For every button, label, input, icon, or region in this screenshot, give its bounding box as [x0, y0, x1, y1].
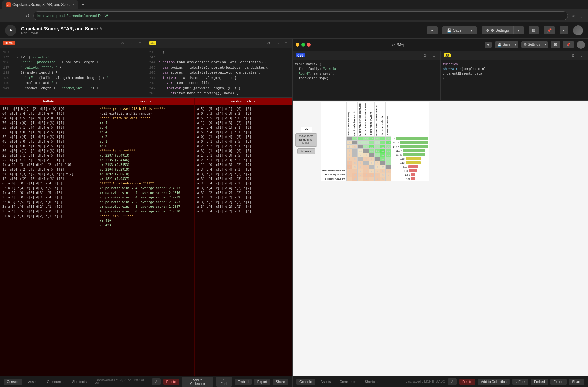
- right-save-dropdown[interactable]: ▾: [513, 41, 518, 48]
- right-delete-button[interactable]: Delete: [459, 379, 475, 385]
- right-js-expand-icon[interactable]: ⌄: [579, 53, 585, 58]
- delete-button[interactable]: Delete: [163, 379, 179, 385]
- css-settings-icon[interactable]: ⚙: [422, 53, 429, 58]
- html-maximize-icon[interactable]: □: [137, 40, 142, 46]
- js-expand-icon[interactable]: ⌄: [275, 40, 281, 46]
- right-save-button[interactable]: 💾 Save: [495, 41, 513, 48]
- right-avatar[interactable]: [577, 41, 585, 49]
- matrix-cell: 5: [352, 157, 358, 161]
- js-code-area[interactable]: 242 ; 243 244function tabulateCopelandSc…: [146, 48, 292, 97]
- css-expand-icon[interactable]: ⌄: [431, 53, 437, 58]
- matrix-cell: 11: [380, 140, 386, 144]
- html-settings-icon[interactable]: ⚙: [119, 40, 126, 46]
- matrix-cell: 6: [386, 173, 391, 177]
- comments-tab[interactable]: Comments: [44, 379, 66, 385]
- tabulate-button[interactable]: tabulate: [297, 148, 315, 154]
- matrix-cell: 6: [352, 144, 358, 148]
- right-share-button[interactable]: Share: [569, 379, 584, 385]
- right-export-button[interactable]: Export: [550, 379, 567, 385]
- random-line: a[3] b[1] c[0] d[0] e[0] f[0]: [197, 148, 289, 153]
- active-tab[interactable]: CP Copeland//Score, STAR, and Sco... ×: [2, 0, 78, 9]
- html-code-area[interactable]: 134 135 setVal('results', 136 "****** pr…: [0, 48, 146, 97]
- right-pin-button[interactable]: 📌: [563, 41, 574, 48]
- save-dropdown-button[interactable]: ▾: [466, 26, 477, 34]
- random-line: a[0] b[1] c[3] d[4] e[5] f[5]: [197, 134, 289, 139]
- ballots-column[interactable]: 134: a[5] b[4] c[2] d[1] e[0] f[0]64: a[…: [0, 105, 97, 376]
- reload-button[interactable]: ↺: [24, 12, 31, 20]
- maximize-button[interactable]: [301, 43, 305, 47]
- right-js-settings-icon[interactable]: ⚙: [570, 53, 576, 58]
- right-fork-button[interactable]: ⑂ Fork: [512, 379, 528, 385]
- close-button[interactable]: [307, 43, 311, 47]
- right-js-code-area[interactable]: function showMatrix(templateHtml , paren…: [441, 60, 588, 100]
- matrix-cell: 7: [369, 169, 375, 173]
- matrix-display[interactable]: make somerandom-ishballots tabulate elec…: [293, 101, 588, 376]
- edit-title-icon[interactable]: ✎: [100, 26, 103, 31]
- close-tab-icon[interactable]: ×: [73, 3, 74, 7]
- right-comments-tab[interactable]: Comments: [336, 379, 359, 385]
- matrix-cell: 6: [380, 173, 386, 177]
- address-bar[interactable]: https://codepen.io/karmatics/pen/poLPpzW: [33, 11, 568, 20]
- new-tab-button[interactable]: +: [79, 1, 86, 9]
- row-label: [321, 144, 347, 148]
- right-shortcuts-tab[interactable]: Shortcuts: [362, 379, 382, 385]
- fork-button[interactable]: ⑂ Fork: [216, 377, 232, 387]
- matrix-cell: 8: [375, 165, 380, 169]
- extensions-icon[interactable]: ⚙: [570, 13, 577, 19]
- forward-button[interactable]: →: [13, 12, 22, 20]
- js-settings-icon[interactable]: ⚙: [266, 40, 272, 46]
- random-header: random ballots: [195, 98, 292, 105]
- results-column[interactable]: ****** processed 918 ballots ******(893 …: [97, 105, 195, 376]
- matrix-row: 869129121014.67: [321, 144, 429, 148]
- share-button[interactable]: Share: [273, 379, 288, 385]
- right-view-button[interactable]: ⊞: [551, 41, 560, 48]
- chevron-button[interactable]: ▾: [560, 26, 568, 34]
- assets-tab[interactable]: Assets: [25, 379, 41, 385]
- view-toggle-button[interactable]: ⊞: [529, 26, 539, 34]
- add-collection-button[interactable]: Add to Collection: [182, 377, 213, 387]
- minimize-button[interactable]: [296, 43, 299, 47]
- random-line: a[3] b[4] c[5] d[2] e[1] f[4]: [197, 209, 289, 214]
- right-love-button[interactable]: ♥: [485, 42, 492, 48]
- matrix-cell: 9: [363, 144, 369, 148]
- export-button[interactable]: Export: [254, 379, 270, 385]
- output-header: ballots results random ballots: [0, 98, 292, 105]
- matrix-cell: 5: [358, 161, 363, 165]
- love-button[interactable]: ♥: [427, 26, 438, 34]
- save-button[interactable]: 💾 Save: [442, 26, 466, 34]
- right-add-collection-button[interactable]: Add to Collection: [478, 379, 510, 385]
- open-external-button[interactable]: ⤢: [152, 378, 161, 385]
- back-button[interactable]: ←: [2, 12, 11, 20]
- settings-button[interactable]: ⚙ ⚙ Settings: [482, 26, 514, 34]
- right-assets-tab[interactable]: Assets: [317, 379, 334, 385]
- right-console-tab[interactable]: Console: [296, 379, 315, 385]
- random-line: a[5] b[5] c[4] d[1] e[0] f[0]: [197, 107, 289, 111]
- random-column[interactable]: a[5] b[5] c[4] d[1] e[0] f[0]a[0] b[3] c…: [195, 105, 292, 376]
- matrix-cell: 11: [386, 153, 391, 157]
- right-settings-button[interactable]: ⚙ Settings: [521, 41, 543, 48]
- shortcuts-tab[interactable]: Shortcuts: [69, 379, 90, 385]
- col-header-7: forum.equal.vote: [380, 102, 386, 137]
- js-maximize-icon[interactable]: □: [283, 40, 289, 46]
- right-open-button[interactable]: ⤢: [448, 378, 457, 385]
- pin-button[interactable]: 📌: [544, 26, 555, 34]
- settings-dropdown-button[interactable]: ▾: [514, 26, 524, 34]
- score-input[interactable]: [301, 127, 312, 132]
- embed-button[interactable]: Embed: [235, 379, 252, 385]
- menu-icon[interactable]: ⋮: [578, 13, 586, 19]
- ballot-line: 35: a[1] b[0] c[1] d[3] e[5] f[3]: [2, 144, 95, 148]
- matrix-cell: 9: [375, 144, 380, 148]
- css-code-area[interactable]: table.matrix { font-family: "Varela Roun…: [293, 60, 440, 100]
- result-line: c: 419: [100, 218, 192, 223]
- matrix-cell: 8: [375, 140, 380, 144]
- html-expand-icon[interactable]: ⌄: [128, 40, 135, 46]
- right-settings-dropdown[interactable]: ▾: [543, 41, 548, 48]
- right-embed-button[interactable]: Embed: [531, 379, 548, 385]
- make-ballots-button[interactable]: make somerandom-ishballots: [295, 133, 317, 147]
- user-avatar[interactable]: [573, 25, 583, 35]
- result-line: f: 2153 (2.3453): [100, 162, 192, 167]
- matrix-cell: 5: [352, 161, 358, 165]
- console-tab[interactable]: Console: [4, 379, 22, 385]
- ballot-line: 70: a[2] b[0] c[1] d[3] e[5] f[4]: [2, 121, 95, 125]
- right-css-pane: CSS ⚙ ⌄ table.matrix { font-family: "Var…: [293, 51, 441, 100]
